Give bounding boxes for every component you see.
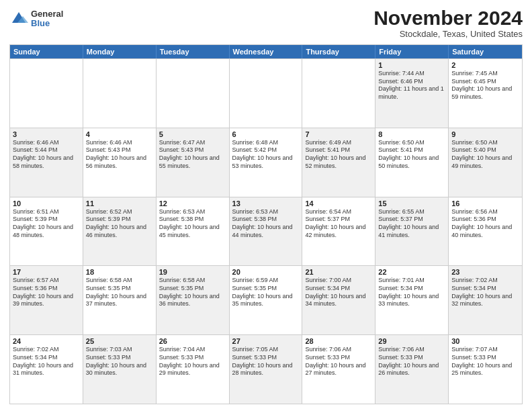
day-cell-17: 17Sunrise: 6:57 AM Sunset: 5:36 PM Dayli…	[10, 266, 83, 334]
calendar-row-0: 1Sunrise: 7:44 AM Sunset: 6:46 PM Daylig…	[10, 58, 522, 128]
day-header-saturday: Saturday	[449, 45, 522, 58]
day-info: Sunrise: 6:51 AM Sunset: 5:39 PM Dayligh…	[13, 208, 80, 240]
day-info: Sunrise: 7:06 AM Sunset: 5:33 PM Dayligh…	[305, 346, 372, 377]
month-title: November 2024	[373, 7, 523, 29]
day-cell-7: 7Sunrise: 6:49 AM Sunset: 5:41 PM Daylig…	[302, 128, 375, 197]
day-number: 28	[305, 337, 372, 345]
day-number: 7	[305, 130, 372, 138]
day-cell-5: 5Sunrise: 6:47 AM Sunset: 5:43 PM Daylig…	[157, 128, 230, 197]
day-number: 2	[451, 61, 519, 69]
day-cell-2: 2Sunrise: 7:45 AM Sunset: 6:45 PM Daylig…	[449, 59, 522, 128]
day-cell-29: 29Sunrise: 7:06 AM Sunset: 5:33 PM Dayli…	[375, 335, 449, 404]
day-info: Sunrise: 7:07 AM Sunset: 5:33 PM Dayligh…	[451, 346, 519, 377]
day-cell-23: 23Sunrise: 7:02 AM Sunset: 5:34 PM Dayli…	[449, 266, 522, 334]
day-info: Sunrise: 6:59 AM Sunset: 5:35 PM Dayligh…	[232, 277, 300, 308]
day-number: 6	[232, 130, 300, 138]
day-cell-4: 4Sunrise: 6:46 AM Sunset: 5:43 PM Daylig…	[83, 128, 157, 197]
day-cell-26: 26Sunrise: 7:04 AM Sunset: 5:33 PM Dayli…	[157, 335, 230, 404]
empty-cell-0-3	[230, 59, 303, 128]
day-cell-15: 15Sunrise: 6:55 AM Sunset: 5:37 PM Dayli…	[375, 197, 449, 266]
day-cell-13: 13Sunrise: 6:53 AM Sunset: 5:38 PM Dayli…	[230, 197, 303, 266]
day-cell-1: 1Sunrise: 7:44 AM Sunset: 6:46 PM Daylig…	[375, 59, 449, 128]
calendar-row-4: 24Sunrise: 7:02 AM Sunset: 5:34 PM Dayli…	[10, 334, 522, 404]
day-info: Sunrise: 7:45 AM Sunset: 6:45 PM Dayligh…	[451, 70, 519, 101]
day-info: Sunrise: 6:53 AM Sunset: 5:38 PM Dayligh…	[232, 208, 300, 240]
day-number: 17	[13, 268, 80, 276]
day-info: Sunrise: 6:48 AM Sunset: 5:42 PM Dayligh…	[232, 139, 300, 171]
location: Stockdale, Texas, United States	[373, 29, 523, 39]
day-number: 14	[305, 199, 372, 208]
day-cell-12: 12Sunrise: 6:53 AM Sunset: 5:38 PM Dayli…	[157, 197, 230, 266]
day-number: 24	[13, 337, 80, 345]
day-info: Sunrise: 7:00 AM Sunset: 5:34 PM Dayligh…	[305, 277, 372, 308]
day-number: 16	[451, 199, 519, 208]
day-number: 19	[159, 268, 226, 276]
day-info: Sunrise: 6:50 AM Sunset: 5:40 PM Dayligh…	[451, 139, 519, 171]
day-header-tuesday: Tuesday	[157, 45, 230, 58]
day-number: 29	[378, 337, 445, 345]
day-number: 11	[86, 199, 153, 208]
calendar-row-2: 10Sunrise: 6:51 AM Sunset: 5:39 PM Dayli…	[10, 197, 522, 266]
day-number: 10	[13, 199, 80, 208]
day-cell-22: 22Sunrise: 7:01 AM Sunset: 5:34 PM Dayli…	[375, 266, 449, 334]
logo-general-text: General	[31, 9, 63, 19]
day-info: Sunrise: 7:03 AM Sunset: 5:33 PM Dayligh…	[86, 346, 153, 377]
day-cell-24: 24Sunrise: 7:02 AM Sunset: 5:34 PM Dayli…	[10, 335, 83, 404]
day-cell-8: 8Sunrise: 6:50 AM Sunset: 5:41 PM Daylig…	[375, 128, 449, 197]
day-number: 23	[451, 268, 519, 276]
day-number: 15	[378, 199, 445, 208]
day-number: 18	[86, 268, 153, 276]
day-number: 27	[232, 337, 300, 345]
day-cell-10: 10Sunrise: 6:51 AM Sunset: 5:39 PM Dayli…	[10, 197, 83, 266]
day-cell-6: 6Sunrise: 6:48 AM Sunset: 5:42 PM Daylig…	[230, 128, 303, 197]
day-header-monday: Monday	[83, 45, 157, 58]
calendar-body: 1Sunrise: 7:44 AM Sunset: 6:46 PM Daylig…	[10, 58, 522, 404]
day-cell-11: 11Sunrise: 6:52 AM Sunset: 5:39 PM Dayli…	[83, 197, 157, 266]
day-info: Sunrise: 6:54 AM Sunset: 5:37 PM Dayligh…	[305, 208, 372, 240]
day-cell-3: 3Sunrise: 6:46 AM Sunset: 5:44 PM Daylig…	[10, 128, 83, 197]
logo-text: General Blue	[31, 9, 63, 29]
day-info: Sunrise: 7:06 AM Sunset: 5:33 PM Dayligh…	[378, 346, 445, 377]
day-info: Sunrise: 6:46 AM Sunset: 5:44 PM Dayligh…	[13, 139, 80, 171]
day-info: Sunrise: 6:52 AM Sunset: 5:39 PM Dayligh…	[86, 208, 153, 240]
day-number: 4	[86, 130, 153, 138]
day-info: Sunrise: 7:05 AM Sunset: 5:33 PM Dayligh…	[232, 346, 300, 377]
empty-cell-0-1	[83, 59, 157, 128]
day-info: Sunrise: 7:44 AM Sunset: 6:46 PM Dayligh…	[378, 70, 445, 101]
calendar: SundayMondayTuesdayWednesdayThursdayFrid…	[9, 44, 523, 404]
header: General Blue November 2024 Stockdale, Te…	[9, 7, 523, 39]
day-cell-21: 21Sunrise: 7:00 AM Sunset: 5:34 PM Dayli…	[302, 266, 375, 334]
day-info: Sunrise: 6:58 AM Sunset: 5:35 PM Dayligh…	[159, 277, 226, 308]
day-cell-28: 28Sunrise: 7:06 AM Sunset: 5:33 PM Dayli…	[302, 335, 375, 404]
day-cell-14: 14Sunrise: 6:54 AM Sunset: 5:37 PM Dayli…	[302, 197, 375, 266]
day-info: Sunrise: 7:01 AM Sunset: 5:34 PM Dayligh…	[378, 277, 445, 308]
day-cell-19: 19Sunrise: 6:58 AM Sunset: 5:35 PM Dayli…	[157, 266, 230, 334]
calendar-header: SundayMondayTuesdayWednesdayThursdayFrid…	[10, 45, 522, 58]
day-number: 20	[232, 268, 300, 276]
day-info: Sunrise: 6:50 AM Sunset: 5:41 PM Dayligh…	[378, 139, 445, 171]
day-info: Sunrise: 6:57 AM Sunset: 5:36 PM Dayligh…	[13, 277, 80, 308]
day-info: Sunrise: 6:49 AM Sunset: 5:41 PM Dayligh…	[305, 139, 372, 171]
day-number: 26	[159, 337, 226, 345]
day-number: 25	[86, 337, 153, 345]
day-info: Sunrise: 6:46 AM Sunset: 5:43 PM Dayligh…	[86, 139, 153, 171]
title-block: November 2024 Stockdale, Texas, United S…	[373, 7, 523, 39]
empty-cell-0-4	[302, 59, 375, 128]
day-info: Sunrise: 7:02 AM Sunset: 5:34 PM Dayligh…	[451, 277, 519, 308]
day-number: 21	[305, 268, 372, 276]
logo: General Blue	[9, 9, 63, 29]
day-info: Sunrise: 7:02 AM Sunset: 5:34 PM Dayligh…	[13, 346, 80, 377]
day-number: 5	[159, 130, 226, 138]
day-cell-30: 30Sunrise: 7:07 AM Sunset: 5:33 PM Dayli…	[449, 335, 522, 404]
day-number: 13	[232, 199, 300, 208]
day-number: 12	[159, 199, 226, 208]
day-info: Sunrise: 6:47 AM Sunset: 5:43 PM Dayligh…	[159, 139, 226, 171]
empty-cell-0-0	[10, 59, 83, 128]
day-cell-25: 25Sunrise: 7:03 AM Sunset: 5:33 PM Dayli…	[83, 335, 157, 404]
day-number: 30	[451, 337, 519, 345]
day-number: 8	[378, 130, 445, 138]
calendar-row-3: 17Sunrise: 6:57 AM Sunset: 5:36 PM Dayli…	[10, 265, 522, 334]
day-info: Sunrise: 6:53 AM Sunset: 5:38 PM Dayligh…	[159, 208, 226, 240]
day-cell-16: 16Sunrise: 6:56 AM Sunset: 5:36 PM Dayli…	[449, 197, 522, 266]
day-info: Sunrise: 6:56 AM Sunset: 5:36 PM Dayligh…	[451, 208, 519, 240]
